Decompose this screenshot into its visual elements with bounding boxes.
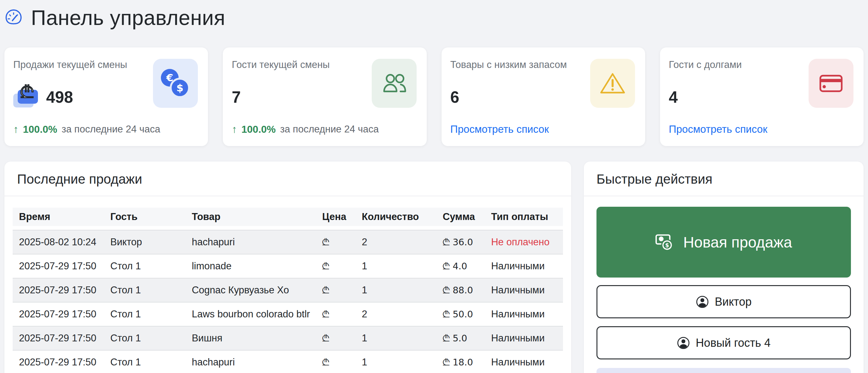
- cell-time: 2025-07-29 17:50: [13, 278, 104, 302]
- stat-card-sales: Продажи текущей смены ₾ 498 ↑ 100.0% за …: [4, 48, 208, 146]
- cell-product: limonade: [186, 254, 316, 278]
- cell-payment: Наличными: [485, 254, 563, 278]
- table-header-row: ВремяГостьТоварЦенаКоличествоСуммаТип оп…: [13, 208, 563, 230]
- people-icon: [372, 59, 416, 108]
- cell-price: ₾: [316, 230, 355, 254]
- sales-table: ВремяГостьТоварЦенаКоличествоСуммаТип оп…: [13, 208, 563, 373]
- cell-qty: 1: [355, 278, 437, 302]
- arrow-up-icon: ↑: [13, 123, 19, 135]
- delta-suffix: за последние 24 часа: [280, 124, 379, 135]
- column-header: Сумма: [437, 208, 485, 230]
- svg-text:$: $: [665, 242, 669, 248]
- cell-qty: 2: [355, 302, 437, 326]
- cell-sum: ₾ 4.0: [437, 254, 485, 278]
- guest-button-label: Виктор: [715, 295, 751, 309]
- recent-sales-panel: Последние продажи ВремяГостьТоварЦенаКол…: [4, 161, 571, 373]
- cell-price: ₾: [316, 302, 355, 326]
- cell-time: 2025-07-29 17:50: [13, 254, 104, 278]
- stat-label: Продажи текущей смены: [13, 59, 140, 71]
- recent-sales-title: Последние продажи: [17, 172, 559, 187]
- cell-time: 2025-07-29 17:50: [13, 302, 104, 326]
- guest-buttons: Виктор Новый гость 4: [596, 285, 851, 360]
- new-sale-button[interactable]: $ Новая продажа: [596, 207, 851, 278]
- cash-icon: $: [655, 234, 674, 251]
- cell-sum: ₾ 5.0: [437, 326, 485, 350]
- view-list-link[interactable]: Просмотреть список: [451, 123, 549, 135]
- cell-payment: Наличными: [485, 350, 563, 373]
- cell-time: 2025-08-02 10:24: [13, 230, 104, 254]
- cell-qty: 1: [355, 254, 437, 278]
- table-row: 2025-07-29 17:50Стол 1hachapuri₾1₾ 18.0Н…: [13, 350, 563, 373]
- person-circle-icon: [677, 336, 690, 350]
- cell-price: ₾: [316, 278, 355, 302]
- cell-payment: Наличными: [485, 278, 563, 302]
- delta-value: 100.0%: [23, 124, 58, 135]
- stat-value: 7: [232, 88, 241, 106]
- cell-guest: Стол 1: [104, 254, 186, 278]
- column-header: Время: [13, 208, 104, 230]
- recent-sales-header: Последние продажи: [4, 161, 571, 196]
- warning-icon: [590, 59, 635, 108]
- cell-payment: Наличными: [485, 326, 563, 350]
- column-header: Тип оплаты: [485, 208, 563, 230]
- cell-product: hachapuri: [186, 230, 316, 254]
- stat-label: Товары с низким запасом: [451, 59, 577, 71]
- stat-card-guests: Гости текущей смены 7 ↑ 100.0% за послед…: [223, 48, 426, 146]
- cell-payment: Наличными: [485, 302, 563, 326]
- cell-time: 2025-07-29 17:50: [13, 326, 104, 350]
- cell-payment: Не оплачено: [485, 230, 563, 254]
- stat-value: 4: [669, 88, 678, 106]
- cell-guest: Стол 1: [104, 326, 186, 350]
- delta-suffix: за последние 24 часа: [62, 124, 160, 135]
- stat-card-debts: Гости с долгами 4 Просмотреть список: [660, 48, 864, 146]
- stat-card-low-stock: Товары с низким запасом 6 Просмотреть сп…: [442, 48, 645, 146]
- page-header: Панель управления: [4, 0, 864, 30]
- column-header: Цена: [316, 208, 355, 230]
- dollar-coin-icon: $: [170, 78, 190, 98]
- column-header: Гость: [104, 208, 186, 230]
- cell-guest: Стол 1: [104, 278, 186, 302]
- table-row: 2025-08-02 10:24Викторhachapuri₾2₾ 36.0Н…: [13, 230, 563, 254]
- cell-sum: ₾ 18.0: [437, 350, 485, 373]
- stat-label: Гости с долгами: [669, 59, 795, 71]
- cell-product: hachapuri: [186, 350, 316, 373]
- credit-card-icon: [809, 59, 854, 108]
- lari-badge-icon: ₾: [13, 87, 38, 107]
- quick-actions-header: Быстрые действия: [584, 161, 864, 196]
- stat-value: 498: [46, 88, 73, 106]
- cell-qty: 1: [355, 326, 437, 350]
- table-row: 2025-07-29 17:50Стол 1Cognac Курвуазье Х…: [13, 278, 563, 302]
- quick-actions-title: Быстрые действия: [596, 172, 851, 187]
- guest-button[interactable]: Новый гость 4: [596, 326, 851, 360]
- guest-button[interactable]: Виктор: [596, 285, 851, 318]
- arrow-up-icon: ↑: [232, 123, 237, 135]
- cell-product: Cognac Курвуазье Хо: [186, 278, 316, 302]
- cell-price: ₾: [316, 326, 355, 350]
- view-list-link[interactable]: Просмотреть список: [669, 123, 768, 135]
- page-title: Панель управления: [31, 6, 225, 30]
- partial-action-button[interactable]: [596, 368, 851, 373]
- table-row: 2025-07-29 17:50Стол 1limonade₾1₾ 4.0Нал…: [13, 254, 563, 278]
- column-header: Количество: [355, 208, 437, 230]
- person-circle-icon: [696, 295, 709, 309]
- cell-product: Вишня: [186, 326, 316, 350]
- cell-product: Laws bourbon colorado btlr: [186, 302, 316, 326]
- cell-guest: Стол 1: [104, 350, 186, 373]
- cell-guest: Виктор: [104, 230, 186, 254]
- coins-icon: € $: [153, 59, 198, 108]
- cell-time: 2025-07-29 17:50: [13, 350, 104, 373]
- cell-qty: 1: [355, 350, 437, 373]
- cell-sum: ₾ 50.0: [437, 302, 485, 326]
- quick-actions-panel: Быстрые действия $ Новая продажа: [584, 161, 864, 373]
- cell-guest: Стол 1: [104, 302, 186, 326]
- stat-label: Гости текущей смены: [232, 59, 358, 71]
- cell-sum: ₾ 88.0: [437, 278, 485, 302]
- table-row: 2025-07-29 17:50Стол 1Laws bourbon color…: [13, 302, 563, 326]
- cell-sum: ₾ 36.0: [437, 230, 485, 254]
- delta-value: 100.0%: [242, 124, 276, 135]
- column-header: Товар: [186, 208, 316, 230]
- cell-price: ₾: [316, 350, 355, 373]
- dashboard-gauge-icon: [4, 8, 23, 27]
- cell-qty: 2: [355, 230, 437, 254]
- new-sale-label: Новая продажа: [683, 234, 792, 251]
